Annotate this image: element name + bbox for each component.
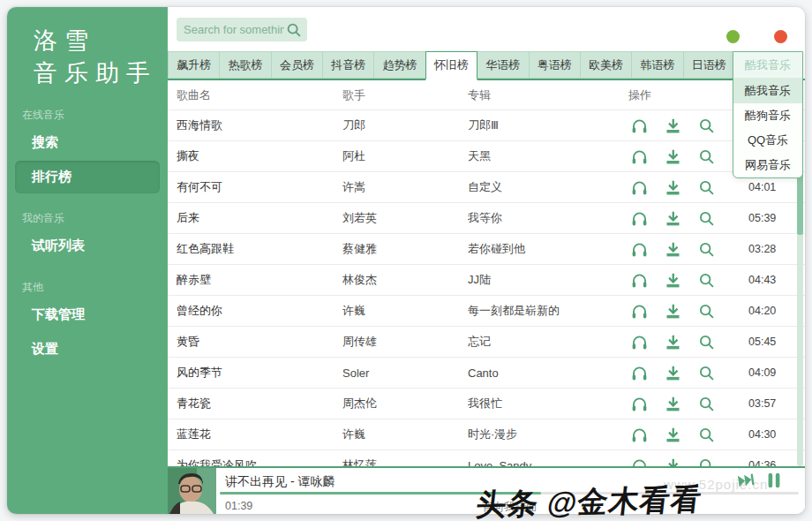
music-source-dropdown: 酷我音乐 酷我音乐酷狗音乐QQ音乐网易音乐 — [733, 51, 803, 178]
album-art — [168, 468, 216, 514]
table-row[interactable]: 红色高跟鞋蔡健雅若你碰到他03:28 — [168, 234, 805, 265]
download-icon[interactable] — [664, 395, 682, 413]
table-row[interactable]: 青花瓷周杰伦我很忙03:57 — [168, 389, 805, 419]
tab[interactable]: 粤语榜 — [529, 51, 581, 79]
listen-icon[interactable] — [630, 364, 649, 382]
sidebar-item-download[interactable]: 下载管理 — [15, 298, 160, 331]
download-icon[interactable] — [664, 240, 682, 259]
song-duration: 04:01 — [741, 181, 805, 193]
topbar — [168, 7, 805, 51]
download-icon[interactable] — [664, 117, 682, 135]
now-playing-title: 讲不出再见 - 谭咏麟 — [225, 474, 335, 490]
download-icon[interactable] — [664, 147, 682, 166]
song-duration: 05:39 — [741, 212, 805, 224]
listen-icon[interactable] — [630, 395, 649, 413]
song-album: JJ陆 — [468, 272, 628, 288]
sidebar-section-label: 其他 — [22, 280, 168, 295]
download-icon[interactable] — [664, 333, 682, 351]
tab[interactable]: 华语榜 — [477, 51, 529, 79]
search-icon[interactable] — [284, 20, 304, 40]
listen-icon[interactable] — [630, 302, 649, 321]
song-table: 歌曲名歌手专辑操作 西海情歌刀郎刀郎Ⅲ撕夜阿杜天黑有何不可许嵩自定义04:01后… — [168, 80, 805, 466]
source-option[interactable]: 酷狗音乐 — [733, 103, 802, 128]
row-actions — [628, 302, 741, 321]
row-actions — [628, 178, 741, 197]
tab[interactable]: 热歌榜 — [219, 51, 271, 79]
search-song-icon[interactable] — [697, 302, 716, 321]
song-album: 每一刻都是崭新的 — [468, 303, 628, 319]
tab[interactable]: 趋势榜 — [373, 51, 425, 79]
listen-icon[interactable] — [630, 178, 649, 197]
song-album: 我等你 — [468, 210, 628, 226]
search-song-icon[interactable] — [697, 147, 716, 166]
listen-icon[interactable] — [630, 457, 649, 467]
table-row[interactable]: 为你我受冷风吹林忆莲Love, Sandy04:36 — [168, 450, 805, 466]
table-row[interactable]: 黄昏周传雄忘记05:45 — [168, 327, 805, 358]
tab[interactable]: 日语榜 — [683, 51, 735, 79]
table-row[interactable]: 撕夜阿杜天黑 — [168, 141, 805, 172]
tab[interactable]: 抖音榜 — [322, 51, 374, 79]
search-song-icon[interactable] — [697, 117, 716, 135]
tab[interactable]: 飙升榜 — [168, 51, 220, 79]
table-row[interactable]: 曾经的你许巍每一刻都是崭新的04:20 — [168, 296, 805, 327]
tab[interactable]: 会员榜 — [271, 51, 323, 79]
download-icon[interactable] — [664, 457, 682, 467]
sidebar-item-settings[interactable]: 设置 — [15, 333, 160, 366]
download-icon[interactable] — [664, 209, 682, 228]
search-song-icon[interactable] — [697, 395, 716, 413]
download-icon[interactable] — [664, 426, 682, 444]
listen-icon[interactable] — [630, 426, 649, 444]
search-song-icon[interactable] — [697, 240, 716, 259]
table-row[interactable]: 风的季节SolerCanto04:09 — [168, 358, 805, 389]
table-row[interactable]: 后来刘若英我等你05:39 — [168, 203, 805, 234]
song-duration: 04:43 — [741, 274, 805, 286]
download-icon[interactable] — [664, 178, 682, 197]
ranking-tabbar: 飙升榜热歌榜会员榜抖音榜趋势榜怀旧榜华语榜粤语榜欧美榜韩语榜日语榜 — [168, 51, 805, 80]
close-dot[interactable] — [774, 30, 787, 43]
download-icon[interactable] — [664, 271, 682, 290]
watermark: 头条 @金木看看 — [474, 479, 704, 521]
song-duration: 05:45 — [741, 336, 805, 348]
song-artist: 蔡健雅 — [342, 241, 468, 257]
listen-icon[interactable] — [630, 240, 649, 259]
row-actions — [628, 333, 741, 351]
song-name: 蓝莲花 — [177, 427, 342, 442]
sidebar-item-ranking[interactable]: 排行榜 — [15, 161, 160, 193]
tab[interactable]: 韩语榜 — [631, 51, 683, 79]
row-actions — [628, 395, 741, 413]
source-option[interactable]: 酷我音乐 — [733, 79, 802, 103]
table-row[interactable]: 西海情歌刀郎刀郎Ⅲ — [168, 110, 805, 141]
tab[interactable]: 怀旧榜 — [425, 51, 477, 80]
listen-icon[interactable] — [630, 147, 649, 166]
source-option[interactable]: 网易音乐 — [733, 153, 802, 177]
search-song-icon[interactable] — [697, 426, 716, 444]
elapsed-time: 01:39 — [225, 500, 252, 512]
table-row[interactable]: 有何不可许嵩自定义04:01 — [168, 172, 805, 203]
download-icon[interactable] — [664, 302, 682, 321]
minimize-dot[interactable] — [726, 30, 740, 43]
sidebar-item-search[interactable]: 搜索 — [15, 126, 160, 159]
table-row[interactable]: 醉赤壁林俊杰JJ陆04:43 — [168, 265, 805, 296]
listen-icon[interactable] — [630, 117, 649, 135]
download-icon[interactable] — [664, 364, 682, 382]
listen-icon[interactable] — [630, 271, 649, 290]
listen-icon[interactable] — [630, 209, 649, 228]
search-song-icon[interactable] — [697, 457, 716, 467]
source-option[interactable]: QQ音乐 — [733, 128, 802, 153]
listen-icon[interactable] — [630, 333, 649, 351]
search-song-icon[interactable] — [697, 333, 716, 351]
search-song-icon[interactable] — [697, 209, 716, 228]
sidebar-item-playlist[interactable]: 试听列表 — [15, 230, 160, 262]
song-name: 青花瓷 — [177, 396, 342, 412]
search-song-icon[interactable] — [697, 271, 716, 290]
search-input[interactable] — [177, 23, 284, 36]
song-artist: 刀郎 — [342, 117, 468, 133]
table-row[interactable]: 蓝莲花许巍时光·漫步04:30 — [168, 419, 805, 450]
music-source-trigger[interactable]: 酷我音乐 — [733, 52, 802, 79]
song-name: 西海情歌 — [177, 117, 342, 133]
search-song-icon[interactable] — [697, 178, 716, 197]
song-name: 黄昏 — [177, 334, 342, 350]
tab[interactable]: 欧美榜 — [580, 51, 632, 79]
search-song-icon[interactable] — [697, 364, 716, 382]
row-actions — [628, 457, 741, 467]
